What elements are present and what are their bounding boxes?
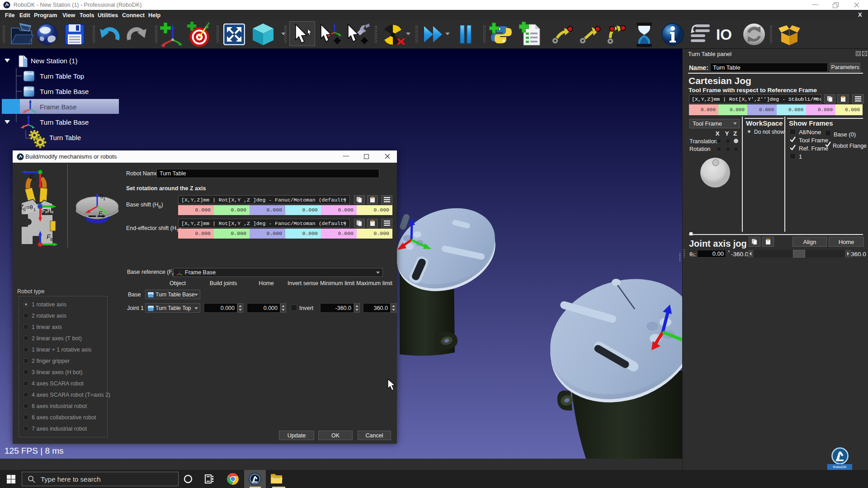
svg-text:1: 1 xyxy=(103,197,105,201)
svg-text:B: B xyxy=(50,237,53,242)
svg-text:FₑHₑ: FₑHₑ xyxy=(42,208,53,214)
svg-text:T: T xyxy=(33,178,36,182)
svg-text:B: B xyxy=(102,214,104,218)
svg-text:1: 1 xyxy=(33,207,36,212)
svg-text:0: 0 xyxy=(24,207,26,212)
svg-text:=θ: =θ xyxy=(26,204,33,211)
